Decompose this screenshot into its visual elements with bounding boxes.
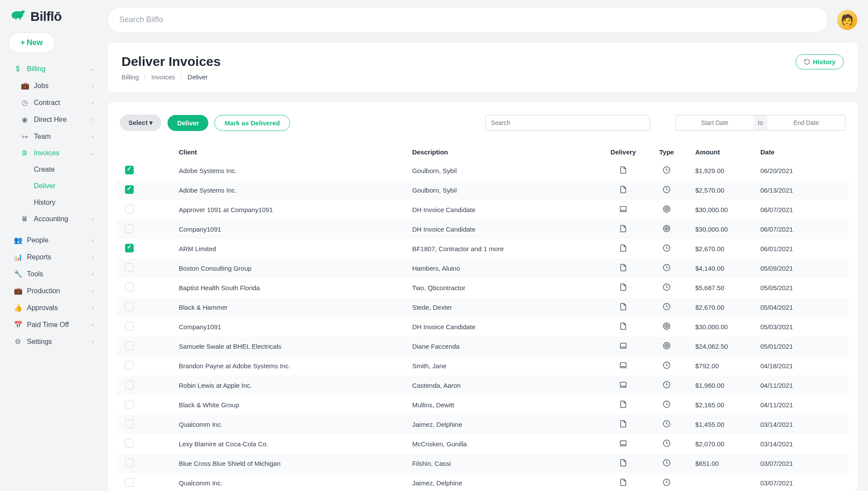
row-checkbox[interactable] (125, 400, 134, 409)
row-checkbox[interactable] (125, 205, 134, 213)
chevron-left-icon: ‹ (92, 322, 94, 328)
col-description[interactable]: Description (405, 143, 602, 161)
row-checkbox[interactable] (125, 380, 134, 389)
cell-amount: $30,000.00 (688, 219, 753, 239)
table-row[interactable]: Black & Hammer Stede, Dexter $2,670.00 0… (116, 298, 849, 317)
deliver-button[interactable]: Deliver (168, 115, 208, 131)
col-delivery[interactable]: Delivery (602, 143, 645, 161)
row-checkbox[interactable] (125, 244, 134, 252)
chevron-left-icon: ‹ (92, 339, 94, 345)
table-row[interactable]: ARM Limited BF1807, Contractor and 1 mor… (116, 239, 849, 259)
nav-people[interactable]: 👥People‹ (7, 232, 101, 249)
laptop-icon (619, 341, 628, 350)
row-checkbox[interactable] (125, 439, 134, 448)
breadcrumb-deliver: Deliver (187, 73, 208, 81)
nav-sub-invoices[interactable]: 🗎Invoices⌄ (7, 145, 101, 161)
cell-date: 04/18/2021 (753, 356, 823, 376)
col-date[interactable]: Date (753, 143, 823, 161)
breadcrumb-billing[interactable]: Billing (122, 73, 139, 81)
cell-description: Filshin, Cassi (405, 454, 602, 473)
briefcase-icon: 💼 (14, 287, 22, 295)
row-checkbox[interactable] (125, 185, 134, 194)
row-checkbox[interactable] (125, 166, 134, 174)
row-checkbox[interactable] (125, 224, 134, 233)
file-icon (619, 166, 628, 174)
thumbs-icon: 👍 (14, 304, 22, 312)
breadcrumb-invoices[interactable]: Invoices (151, 73, 175, 81)
row-checkbox[interactable] (125, 361, 134, 370)
cell-description: DH Invoice Candidate (405, 200, 602, 219)
table-row[interactable]: Company1091 DH Invoice Candidate $30,000… (116, 219, 849, 239)
table-row[interactable]: Adobe Systems Inc. Goulborn, Sybil $2,57… (116, 180, 849, 200)
nav-sub-direct-hire[interactable]: ◉Direct Hire‹ (7, 111, 101, 128)
nav-sub-team[interactable]: ↦Team‹ (7, 128, 101, 145)
row-checkbox[interactable] (125, 419, 134, 428)
table-row[interactable]: Lexy Blamire at Coca-Cola Co. McCrisken,… (116, 434, 849, 454)
row-checkbox[interactable] (125, 341, 134, 350)
row-checkbox[interactable] (125, 263, 134, 272)
nav-leaf-history[interactable]: History (7, 194, 101, 211)
col-client[interactable]: Client (172, 143, 405, 161)
row-checkbox[interactable] (125, 322, 134, 331)
history-button[interactable]: History (796, 54, 844, 69)
table-row[interactable]: Baptist Health South Florida Two, Qbcont… (116, 278, 849, 298)
cell-description: Jaimez, Delphine (405, 473, 602, 491)
end-date-input[interactable] (767, 115, 845, 131)
cell-description: Diane Faccenda (405, 337, 602, 356)
cell-description: Hambers, Aluino (405, 259, 602, 278)
user-avatar[interactable]: 🧑 (837, 10, 858, 30)
col-amount[interactable]: Amount (688, 143, 753, 161)
table-search-input[interactable] (485, 115, 650, 131)
share-icon: ↦ (21, 132, 29, 141)
select-dropdown[interactable]: Select ▾ (120, 115, 161, 131)
cell-amount: $5,687.50 (688, 278, 753, 298)
row-checkbox[interactable] (125, 458, 134, 467)
nav-settings[interactable]: ⚙Settings‹ (7, 333, 101, 350)
nav-sub-contract[interactable]: ◷Contract‹ (7, 94, 101, 111)
table-row[interactable]: Brandon Payne at Adobe Systems Inc. Smit… (116, 356, 849, 376)
start-date-input[interactable] (675, 115, 753, 131)
table-row[interactable]: Company1091 DH Invoice Candidate $30,000… (116, 317, 849, 337)
nav-approvals[interactable]: 👍Approvals‹ (7, 299, 101, 316)
nav-billing[interactable]: $Billing ⌄ (7, 61, 101, 77)
table-row[interactable]: Qualcomm Inc. Jaimez, Delphine 03/07/202… (116, 473, 849, 491)
new-button[interactable]: +New (9, 33, 55, 53)
table-row[interactable]: Qualcomm Inc. Jaimez, Delphine $1,455.00… (116, 415, 849, 434)
clock-icon (662, 380, 671, 389)
wrench-icon: 🔧 (14, 270, 22, 278)
table-row[interactable]: Adobe Systems Inc. Goulborn, Sybil $1,92… (116, 161, 849, 180)
chevron-icon: ‹ (92, 100, 94, 106)
nav-leaf-deliver[interactable]: Deliver (7, 178, 101, 194)
file-icon (619, 322, 628, 331)
mark-delivered-button[interactable]: Mark as Delivered (214, 115, 290, 131)
table-row[interactable]: Boston Consulting Group Hambers, Aluino … (116, 259, 849, 278)
col-type[interactable]: Type (645, 143, 688, 161)
row-checkbox[interactable] (125, 302, 134, 311)
nav-paid-time-off[interactable]: 📅Paid Time Off‹ (7, 316, 101, 333)
nav-production[interactable]: 💼Production‹ (7, 282, 101, 299)
users-icon: 👥 (14, 236, 22, 244)
nav-sub-jobs[interactable]: 💼Jobs‹ (7, 77, 101, 94)
nav-accounting[interactable]: 🖩Accounting ‹ (7, 211, 101, 227)
global-search-input[interactable] (108, 7, 828, 33)
cell-client: Adobe Systems Inc. (172, 180, 405, 200)
nav-tools[interactable]: 🔧Tools‹ (7, 265, 101, 282)
cell-date: 04/11/2021 (753, 395, 823, 415)
logo[interactable]: Bilflō (7, 7, 101, 33)
nav-reports[interactable]: 📊Reports‹ (7, 249, 101, 265)
cell-description: DH Invoice Candidate (405, 317, 602, 337)
table-row[interactable]: Samuele Swale at BHEL Electricals Diane … (116, 337, 849, 356)
table-row[interactable]: Blue Cross Blue Shield of Michigan Filsh… (116, 454, 849, 473)
laptop-icon (619, 380, 628, 389)
cell-client: Qualcomm Inc. (172, 473, 405, 491)
clock-icon (662, 185, 671, 194)
cell-description: Goulborn, Sybil (405, 161, 602, 180)
table-row[interactable]: Approver 1091 at Company1091 DH Invoice … (116, 200, 849, 219)
cell-date: 06/13/2021 (753, 180, 823, 200)
row-checkbox[interactable] (125, 283, 134, 291)
row-checkbox[interactable] (125, 478, 134, 487)
nav-leaf-create[interactable]: Create (7, 161, 101, 178)
table-row[interactable]: Black & White Group Mullins, Dewitt $2,1… (116, 395, 849, 415)
table-row[interactable]: Robin Lewis at Apple Inc. Castenda, Aaro… (116, 376, 849, 395)
chart-icon: 📊 (14, 253, 22, 261)
